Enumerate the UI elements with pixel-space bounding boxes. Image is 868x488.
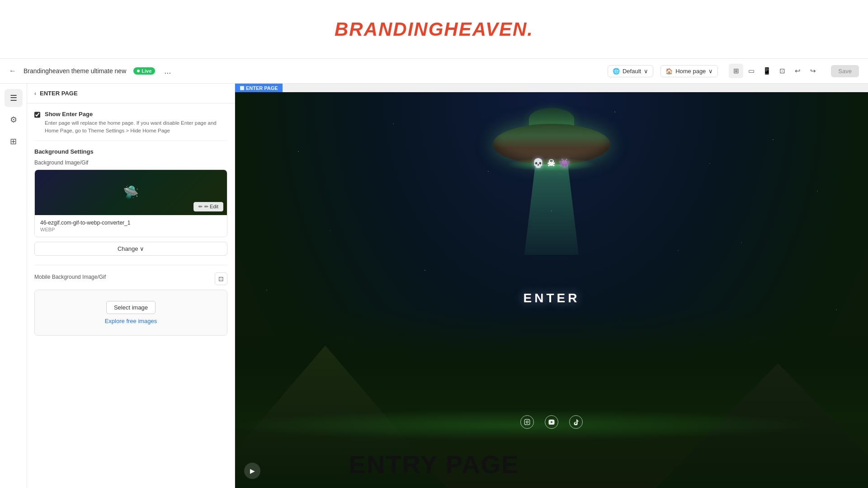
social-icons xyxy=(520,415,583,429)
home-icon: 🏠 xyxy=(665,68,673,75)
tablet-view-button[interactable]: ▭ xyxy=(744,64,759,78)
live-badge: Live xyxy=(133,67,155,75)
change-image-button[interactable]: Change ∨ xyxy=(34,242,227,256)
chevron-back-icon: ‹ xyxy=(34,90,36,97)
undo-button[interactable]: ↩ xyxy=(790,64,805,78)
file-type: WEBP xyxy=(40,227,222,232)
settings-panel: ‹ ENTER PAGE Show Enter Page Enter page … xyxy=(27,84,235,488)
explore-free-images-link[interactable]: Explore free images xyxy=(105,318,157,324)
show-enter-row: Show Enter Page Enter page will replace … xyxy=(34,111,227,135)
mobile-settings-button[interactable]: ⊡ xyxy=(215,272,227,285)
mobile-header: Mobile Background Image/Gif ⊡ xyxy=(34,272,227,285)
mobile-upload-area: Select image Explore free images xyxy=(34,290,227,336)
bg-image-label: Background Image/Gif xyxy=(34,160,227,166)
project-name: Brandingheaven theme ultimate new xyxy=(24,67,126,75)
globe-icon: 🌐 xyxy=(613,68,620,75)
mobile-bg-section: Mobile Background Image/Gif ⊡ Select ima… xyxy=(34,265,227,336)
enter-text: ENTER xyxy=(524,291,580,305)
mobile-bg-label: Mobile Background Image/Gif xyxy=(34,274,106,280)
svg-point-2 xyxy=(528,420,529,421)
file-name: 46-ezgif.com-gif-to-webp-converter_1 xyxy=(40,220,222,226)
show-enter-desc: Enter page will replace the home page. I… xyxy=(45,119,227,135)
chevron-down-icon: ∨ xyxy=(644,68,648,75)
save-button[interactable]: Save xyxy=(831,65,859,77)
view-label: Default xyxy=(623,68,641,75)
preview-frame-container: 💀 ☠ 👾 ENTER xyxy=(235,92,868,488)
preview-background: 💀 ☠ 👾 ENTER xyxy=(235,92,868,488)
divider-1 xyxy=(34,141,227,141)
live-label: Live xyxy=(142,68,151,74)
brand-logo: BRANDINGHEAVEN. xyxy=(335,19,533,40)
back-icon: ← xyxy=(9,67,16,75)
fullscreen-button[interactable]: ⊡ xyxy=(775,64,789,78)
show-enter-label: Show Enter Page xyxy=(45,111,227,117)
background-settings-title: Background Settings xyxy=(34,148,227,155)
youtube-icon[interactable] xyxy=(545,415,558,429)
more-options-button[interactable]: ... xyxy=(164,66,171,76)
ufo-mini-preview: 🛸 xyxy=(123,185,139,200)
preview-label: ENTER PAGE xyxy=(246,85,278,91)
change-label: Change ∨ xyxy=(118,245,144,252)
page-label: Home page xyxy=(675,68,706,75)
desktop-view-button[interactable]: ⊞ xyxy=(729,64,743,78)
edit-label: ✏ Edit xyxy=(204,204,218,210)
preview-area: ▦ ENTER PAGE xyxy=(235,84,868,488)
panel-header[interactable]: ‹ ENTER PAGE xyxy=(27,84,235,103)
sidebar-icon-settings[interactable]: ⚙ xyxy=(5,111,23,129)
view-dropdown[interactable]: 🌐 Default ∨ xyxy=(608,65,653,77)
preview-frame: 💀 ☠ 👾 ENTER xyxy=(235,92,868,488)
sidebar-icon-pages[interactable]: ☰ xyxy=(5,89,23,107)
chevron-down-icon-2: ∨ xyxy=(708,68,713,75)
image-preview-bg: 🛸 ✏ ✏ Edit xyxy=(35,170,227,215)
secondary-bar: ← Brandingheaven theme ultimate new Live… xyxy=(0,59,868,84)
device-controls: ⊞ ▭ 📱 ⊡ ↩ ↪ xyxy=(729,64,820,78)
sidebar-icon-apps[interactable]: ⊞ xyxy=(5,132,23,150)
redo-button[interactable]: ↪ xyxy=(806,64,820,78)
page-dropdown[interactable]: 🏠 Home page ∨ xyxy=(660,65,718,77)
entry-page-title: ENTRY PAGE xyxy=(0,450,868,479)
left-sidebar: ☰ ⚙ ⊞ xyxy=(0,84,27,488)
svg-rect-0 xyxy=(524,419,530,425)
show-enter-checkbox[interactable] xyxy=(34,112,40,118)
main-layout: ☰ ⚙ ⊞ ‹ ENTER PAGE Show Enter Page Enter… xyxy=(0,84,868,488)
edit-image-button[interactable]: ✏ ✏ Edit xyxy=(193,202,223,211)
instagram-icon[interactable] xyxy=(520,415,534,429)
select-image-button[interactable]: Select image xyxy=(106,301,156,314)
bg-image-preview-box: 🛸 ✏ ✏ Edit 46-ezgif.com-gif-to-webp-conv… xyxy=(34,169,227,237)
ufo-text-container: 💀 ☠ 👾 xyxy=(533,158,571,169)
live-dot xyxy=(137,70,140,72)
ufo-skull-text: 💀 ☠ 👾 xyxy=(533,158,571,169)
panel-body: Show Enter Page Enter page will replace … xyxy=(27,103,235,343)
ufo-container: 💀 ☠ 👾 xyxy=(493,124,610,164)
play-button[interactable]: ▶ xyxy=(244,463,260,479)
mobile-view-button[interactable]: 📱 xyxy=(760,64,774,78)
preview-label-bar: ▦ ENTER PAGE xyxy=(235,84,283,92)
edit-icon: ✏ xyxy=(198,204,203,210)
panel-title: ENTER PAGE xyxy=(40,90,78,97)
tiktok-icon[interactable] xyxy=(569,415,583,429)
top-bar: BRANDINGHEAVEN. xyxy=(0,0,868,59)
file-info: 46-ezgif.com-gif-to-webp-converter_1 WEB… xyxy=(35,215,227,237)
back-button[interactable]: ← xyxy=(9,67,16,75)
svg-point-1 xyxy=(526,421,528,423)
preview-label-icon: ▦ xyxy=(240,85,244,91)
